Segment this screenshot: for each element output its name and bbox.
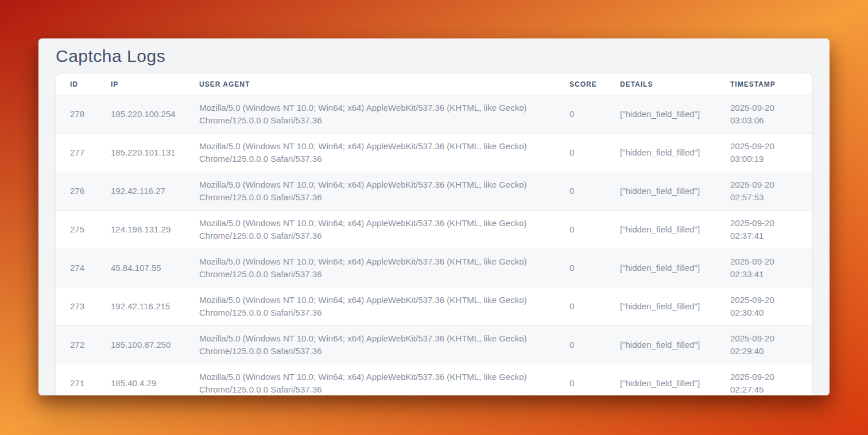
cell-user_agent: Mozilla/5.0 (Windows NT 10.0; Win64; x64… <box>185 95 555 134</box>
cell-details: ["hidden_field_filled"] <box>606 211 716 249</box>
cell-timestamp: 2025-09-20 02:37:41 <box>716 211 812 249</box>
table-row: 272185.100.87.250Mozilla/5.0 (Windows NT… <box>56 326 812 364</box>
cell-id: 277 <box>56 134 96 172</box>
cell-details: ["hidden_field_filled"] <box>606 288 716 326</box>
cell-score: 0 <box>555 288 606 326</box>
cell-timestamp: 2025-09-20 02:29:40 <box>716 326 812 364</box>
captcha-logs-card: Captcha Logs IDIPUSER AGENTSCOREDETAILST… <box>38 38 830 395</box>
cell-timestamp: 2025-09-20 02:27:45 <box>716 364 812 396</box>
cell-user_agent: Mozilla/5.0 (Windows NT 10.0; Win64; x64… <box>185 172 555 211</box>
cell-id: 274 <box>56 249 96 288</box>
table-header-row: IDIPUSER AGENTSCOREDETAILSTIMESTAMP <box>56 73 812 95</box>
cell-details: ["hidden_field_filled"] <box>606 134 716 172</box>
cell-timestamp: 2025-09-20 02:33:41 <box>716 249 812 288</box>
table-row: 276192.42.116.27Mozilla/5.0 (Windows NT … <box>56 172 812 211</box>
cell-score: 0 <box>555 249 606 288</box>
table-row: 273192.42.116.215Mozilla/5.0 (Windows NT… <box>56 288 812 326</box>
cell-ip: 45.84.107.55 <box>96 249 185 288</box>
cell-timestamp: 2025-09-20 03:03:06 <box>716 95 812 134</box>
cell-ip: 185.220.100.254 <box>96 95 185 134</box>
cell-ip: 192.42.116.27 <box>96 172 185 211</box>
cell-details: ["hidden_field_filled"] <box>606 95 716 134</box>
cell-timestamp: 2025-09-20 02:57:53 <box>716 172 812 211</box>
cell-ip: 192.42.116.215 <box>96 288 185 326</box>
cell-score: 0 <box>555 95 606 134</box>
table-body: 278185.220.100.254Mozilla/5.0 (Windows N… <box>56 95 812 396</box>
cell-id: 275 <box>56 211 96 249</box>
page-background: { "page": { "title": "Captcha Logs" }, "… <box>0 0 868 435</box>
cell-id: 271 <box>56 364 96 396</box>
cell-timestamp: 2025-09-20 03:00:19 <box>716 134 812 172</box>
column-header-ip: IP <box>96 73 185 95</box>
cell-ip: 124.198.131.29 <box>96 211 185 249</box>
page-title: Captcha Logs <box>56 48 812 65</box>
captcha-logs-table-container: IDIPUSER AGENTSCOREDETAILSTIMESTAMP 2781… <box>56 73 812 395</box>
column-header-timestamp: TIMESTAMP <box>716 73 812 95</box>
column-header-details: DETAILS <box>606 73 716 95</box>
table-row: 277185.220.101.131Mozilla/5.0 (Windows N… <box>56 134 812 172</box>
cell-id: 273 <box>56 288 96 326</box>
cell-user_agent: Mozilla/5.0 (Windows NT 10.0; Win64; x64… <box>185 364 555 396</box>
cell-id: 272 <box>56 326 96 364</box>
cell-user_agent: Mozilla/5.0 (Windows NT 10.0; Win64; x64… <box>185 249 555 288</box>
cell-score: 0 <box>555 172 606 211</box>
cell-user_agent: Mozilla/5.0 (Windows NT 10.0; Win64; x64… <box>185 326 555 364</box>
cell-details: ["hidden_field_filled"] <box>606 364 716 396</box>
cell-id: 276 <box>56 172 96 211</box>
cell-details: ["hidden_field_filled"] <box>606 172 716 211</box>
table-row: 27445.84.107.55Mozilla/5.0 (Windows NT 1… <box>56 249 812 288</box>
cell-id: 278 <box>56 95 96 134</box>
cell-score: 0 <box>555 211 606 249</box>
cell-ip: 185.100.87.250 <box>96 326 185 364</box>
cell-details: ["hidden_field_filled"] <box>606 249 716 288</box>
column-header-user_agent: USER AGENT <box>185 73 555 95</box>
table-head: IDIPUSER AGENTSCOREDETAILSTIMESTAMP <box>56 73 812 95</box>
cell-score: 0 <box>555 134 606 172</box>
cell-score: 0 <box>555 364 606 396</box>
column-header-score: SCORE <box>555 73 606 95</box>
table-row: 275124.198.131.29Mozilla/5.0 (Windows NT… <box>56 211 812 249</box>
cell-ip: 185.40.4.29 <box>96 364 185 396</box>
cell-user_agent: Mozilla/5.0 (Windows NT 10.0; Win64; x64… <box>185 288 555 326</box>
table-row: 271185.40.4.29Mozilla/5.0 (Windows NT 10… <box>56 364 812 396</box>
cell-user_agent: Mozilla/5.0 (Windows NT 10.0; Win64; x64… <box>185 134 555 172</box>
table-row: 278185.220.100.254Mozilla/5.0 (Windows N… <box>56 95 812 134</box>
cell-timestamp: 2025-09-20 02:30:40 <box>716 288 812 326</box>
captcha-logs-table: IDIPUSER AGENTSCOREDETAILSTIMESTAMP 2781… <box>56 73 812 395</box>
column-header-id: ID <box>56 73 96 95</box>
cell-score: 0 <box>555 326 606 364</box>
cell-ip: 185.220.101.131 <box>96 134 185 172</box>
cell-details: ["hidden_field_filled"] <box>606 326 716 364</box>
cell-user_agent: Mozilla/5.0 (Windows NT 10.0; Win64; x64… <box>185 211 555 249</box>
